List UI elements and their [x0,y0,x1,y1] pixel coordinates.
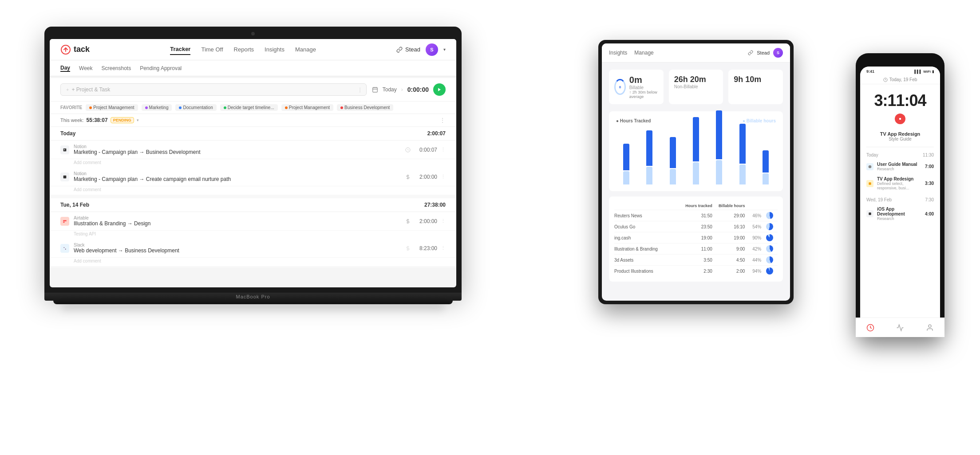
fav-decide-target[interactable]: Decide target timeline... [220,104,278,111]
add-comment-1[interactable]: Add comment [50,159,456,168]
stat-card-extra: 9h 10m [728,70,783,104]
svg-rect-15 [63,221,64,223]
wifi-icon: WiFi [923,70,931,74]
phone-entries: Today 11:30 User Guide Manual Research 7… [860,147,940,227]
sub-nav-week[interactable]: Week [79,65,92,71]
bar-billable-4 [693,117,699,161]
row-name-6: Product Illustrations [614,269,680,274]
fav-project-mgmt-2[interactable]: Project Management [281,104,333,111]
fav-project-mgmt-1[interactable]: Project Management [86,104,138,111]
stat-label-non-billable: Non-Billable [674,84,706,89]
today-label: Today [383,86,397,93]
fav-business-dev[interactable]: Business Development [337,104,393,111]
chart-container: ● Hours Tracked ● Billable hours [609,111,783,191]
add-comment-3[interactable]: Testing API [50,231,456,239]
laptop-camera [251,32,255,35]
sub-nav-day[interactable]: Day [60,65,70,72]
entry-project-3: Airtable [74,216,405,220]
stat-sub-billable: ↑ 2h 30m below average [629,90,658,99]
slack-icon [60,244,69,253]
table-row: Notion Marketing - Campaign plan → Creat… [50,168,456,186]
row-bar-4 [761,245,778,252]
phone-nav-user[interactable] [925,323,934,332]
dropdown-arrow[interactable]: ▾ [443,47,446,52]
row-tracked-2: 23:50 [680,224,712,229]
row-name-5: 3d Assets [614,258,680,263]
laptop-foot [53,301,453,304]
entry-more-4[interactable]: ⋮ [441,245,446,251]
entry-actions-2: 2:00:00 ⋮ [405,174,446,180]
svg-rect-2 [372,87,377,92]
app-nav: Tracker Time Off Reports Insights Manage [170,44,316,55]
fav-documentation[interactable]: Documentation [175,104,216,111]
phone-entry-time-1: 7:00 [925,164,934,169]
tablet-nav-insights[interactable]: Insights [609,50,627,56]
add-comment-2[interactable]: Add comment [50,186,456,195]
phone-nav-chart[interactable] [896,323,905,332]
billable-icon-2[interactable] [405,174,411,180]
entry-actions-4: 8:23:00 ⋮ [405,245,446,251]
pending-badge[interactable]: PENDING [111,117,134,123]
entry-task-4[interactable]: Web development → Business Development [74,247,405,254]
svg-rect-21 [899,118,901,120]
nav-manage[interactable]: Manage [295,44,316,55]
billable-icon-1[interactable] [405,147,411,153]
entry-task-2[interactable]: Marketing - Campaign plan → Create campa… [74,176,405,182]
sub-nav-pending[interactable]: Pending Approval [140,65,182,71]
phone-time: 9:41 [866,69,874,74]
more-options-icon[interactable]: ⋮ [439,117,446,124]
row-bar-6 [761,267,778,275]
phone-top-bar: Today, 19 Feb [860,75,940,84]
weekly-label: This week: [60,118,84,123]
sub-nav-screenshots[interactable]: Screenshots [101,65,131,71]
nav-insights[interactable]: Insights [265,44,285,55]
entry-time-3: 2:00:00 [419,218,437,224]
day-total-today: 2:00:07 [427,130,446,137]
billable-icon-3[interactable] [405,219,411,224]
donut-chart-billable: 0 [614,79,626,95]
stat-value-non-billable: 26h 20m [674,75,706,84]
entry-more-2[interactable]: ⋮ [441,174,446,180]
add-comment-4[interactable]: Add comment [50,258,456,266]
day-label-today: Today [60,130,75,137]
tablet-nav-manage[interactable]: Manage [634,50,653,56]
list-item: iOS App Development Research 4:00 [860,204,940,224]
nav-tracker[interactable]: Tracker [170,44,190,55]
timer-stop-button[interactable] [895,114,905,124]
tablet: Insights Manage Stead S [598,40,794,304]
svg-point-17 [64,247,65,248]
col-billable: Billable hours [712,204,745,208]
nav-reports[interactable]: Reports [234,44,254,55]
stop-icon [898,117,902,121]
svg-rect-23 [869,182,871,184]
tablet-avatar[interactable]: S [773,48,783,58]
row-billable-6: 2:00 [712,269,745,274]
tablet-header: Insights Manage Stead S [602,43,790,63]
stat-label-billable: Billable [629,85,658,90]
entry-more-1[interactable]: ⋮ [441,147,446,153]
entry-task-1[interactable]: Marketing - Campaign plan → Business Dev… [74,149,405,155]
favorites-label: FAVORITE [60,105,82,110]
stat-card-billable: 0 0m Billable ↑ 2h 30m below average [609,70,664,104]
entry-more-3[interactable]: ⋮ [441,218,446,224]
row-pct-2: 54% [745,224,761,229]
play-button[interactable] [433,83,446,96]
phone-day-total-today: 11:30 [923,153,934,157]
chart-bar-5 [709,110,729,184]
list-item: User Guide Manual Research 7:00 [860,159,940,174]
phone-entry-sub-3: Research [877,216,921,221]
bar-billable-6 [739,124,746,164]
entry-task-3[interactable]: Illustration & Branding → Design [74,220,405,227]
tablet-content: 0 0m Billable ↑ 2h 30m below average [602,63,790,289]
tracker-input[interactable]: + + Project & Task | [60,83,367,96]
phone-nav-timer[interactable] [866,323,875,332]
nav-time-off[interactable]: Time Off [201,44,223,55]
fav-marketing[interactable]: Marketing [142,104,172,111]
avatar[interactable]: S [426,43,438,56]
svg-point-22 [869,165,872,168]
favorites-bar: FAVORITE Project Management Marketing Do… [50,102,456,114]
bar-non-billable-6 [739,165,746,184]
billable-icon-4[interactable] [405,246,411,251]
chart-table: Hours tracked Billable hours Reuters New… [609,196,783,282]
chart-bars [616,127,776,184]
